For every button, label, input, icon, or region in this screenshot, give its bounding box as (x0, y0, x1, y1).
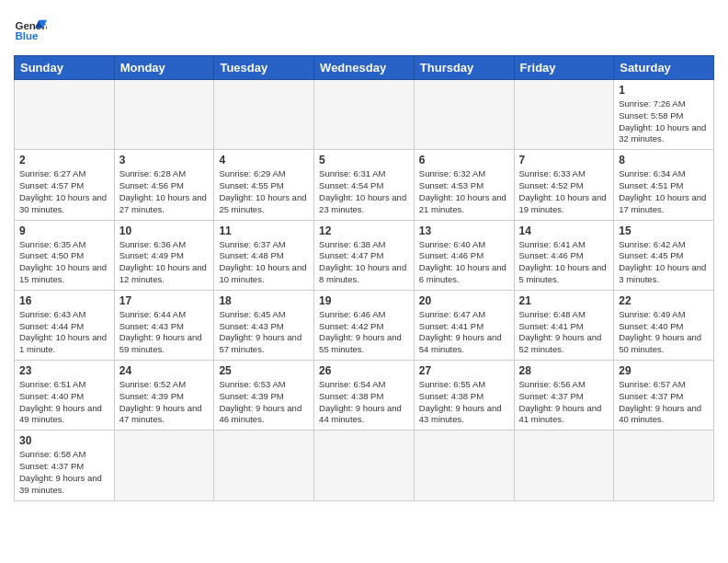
day-info: Sunrise: 6:37 AM Sunset: 4:48 PM Dayligh… (219, 239, 309, 286)
day-number: 19 (319, 294, 409, 307)
calendar-header-row: SundayMondayTuesdayWednesdayThursdayFrid… (15, 56, 714, 80)
calendar-header-wednesday: Wednesday (314, 56, 415, 80)
day-number: 16 (19, 294, 109, 307)
day-info: Sunrise: 6:47 AM Sunset: 4:41 PM Dayligh… (419, 309, 509, 356)
calendar-header-sunday: Sunday (15, 56, 115, 80)
calendar-cell: 26Sunrise: 6:54 AM Sunset: 4:38 PM Dayli… (314, 361, 415, 431)
day-info: Sunrise: 6:32 AM Sunset: 4:53 PM Dayligh… (419, 168, 509, 215)
day-info: Sunrise: 6:27 AM Sunset: 4:57 PM Dayligh… (19, 168, 109, 215)
day-info: Sunrise: 6:29 AM Sunset: 4:55 PM Dayligh… (219, 168, 309, 215)
day-info: Sunrise: 6:35 AM Sunset: 4:50 PM Dayligh… (19, 239, 109, 286)
day-number: 10 (119, 224, 210, 237)
day-number: 11 (219, 224, 309, 237)
day-info: Sunrise: 6:52 AM Sunset: 4:39 PM Dayligh… (119, 379, 210, 426)
day-number: 6 (419, 154, 509, 167)
day-number: 15 (619, 224, 709, 237)
day-info: Sunrise: 6:41 AM Sunset: 4:46 PM Dayligh… (519, 239, 609, 286)
day-number: 27 (419, 364, 509, 377)
calendar-cell: 23Sunrise: 6:51 AM Sunset: 4:40 PM Dayli… (15, 361, 115, 431)
calendar-header-saturday: Saturday (614, 56, 714, 80)
day-info: Sunrise: 6:33 AM Sunset: 4:52 PM Dayligh… (519, 168, 609, 215)
calendar-cell: 4Sunrise: 6:29 AM Sunset: 4:55 PM Daylig… (214, 150, 314, 220)
calendar-cell (414, 431, 514, 500)
calendar-cell: 8Sunrise: 6:34 AM Sunset: 4:51 PM Daylig… (614, 150, 714, 220)
calendar-cell: 28Sunrise: 6:56 AM Sunset: 4:37 PM Dayli… (514, 361, 614, 431)
calendar-cell: 5Sunrise: 6:31 AM Sunset: 4:54 PM Daylig… (314, 150, 415, 220)
calendar-cell: 21Sunrise: 6:48 AM Sunset: 4:41 PM Dayli… (514, 290, 614, 360)
calendar-cell (15, 80, 115, 150)
calendar-cell: 18Sunrise: 6:45 AM Sunset: 4:43 PM Dayli… (214, 290, 314, 360)
day-number: 8 (619, 154, 709, 167)
day-info: Sunrise: 6:36 AM Sunset: 4:49 PM Dayligh… (119, 239, 210, 286)
calendar-header-thursday: Thursday (414, 56, 514, 80)
calendar-cell (514, 431, 614, 500)
calendar-cell (214, 431, 314, 500)
calendar-cell: 16Sunrise: 6:43 AM Sunset: 4:44 PM Dayli… (15, 290, 115, 360)
day-info: Sunrise: 6:51 AM Sunset: 4:40 PM Dayligh… (19, 379, 109, 426)
calendar-cell: 11Sunrise: 6:37 AM Sunset: 4:48 PM Dayli… (214, 220, 314, 290)
day-number: 23 (19, 364, 109, 377)
day-number: 22 (619, 294, 709, 307)
calendar-cell: 10Sunrise: 6:36 AM Sunset: 4:49 PM Dayli… (114, 220, 214, 290)
calendar-cell (214, 80, 314, 150)
calendar-cell (314, 431, 415, 500)
day-number: 3 (119, 154, 210, 167)
day-number: 24 (119, 364, 210, 377)
calendar: SundayMondayTuesdayWednesdayThursdayFrid… (14, 55, 714, 501)
day-number: 12 (319, 224, 409, 237)
page: General Blue SundayMondayTuesdayWednesda… (0, 0, 728, 515)
logo: General Blue (14, 15, 47, 48)
day-number: 20 (419, 294, 509, 307)
calendar-cell: 14Sunrise: 6:41 AM Sunset: 4:46 PM Dayli… (514, 220, 614, 290)
calendar-cell: 22Sunrise: 6:49 AM Sunset: 4:40 PM Dayli… (614, 290, 714, 360)
day-number: 4 (219, 154, 309, 167)
day-number: 30 (19, 434, 109, 447)
calendar-cell: 12Sunrise: 6:38 AM Sunset: 4:47 PM Dayli… (314, 220, 415, 290)
calendar-cell (314, 80, 415, 150)
day-info: Sunrise: 6:57 AM Sunset: 4:37 PM Dayligh… (619, 379, 709, 426)
calendar-cell: 17Sunrise: 6:44 AM Sunset: 4:43 PM Dayli… (114, 290, 214, 360)
calendar-header-tuesday: Tuesday (214, 56, 314, 80)
day-number: 7 (519, 154, 609, 167)
calendar-header-friday: Friday (514, 56, 614, 80)
calendar-cell: 1Sunrise: 7:26 AM Sunset: 5:58 PM Daylig… (614, 80, 714, 150)
calendar-cell: 20Sunrise: 6:47 AM Sunset: 4:41 PM Dayli… (414, 290, 514, 360)
calendar-cell: 9Sunrise: 6:35 AM Sunset: 4:50 PM Daylig… (15, 220, 115, 290)
day-info: Sunrise: 6:28 AM Sunset: 4:56 PM Dayligh… (119, 168, 210, 215)
day-number: 2 (19, 154, 109, 167)
day-info: Sunrise: 6:48 AM Sunset: 4:41 PM Dayligh… (519, 309, 609, 356)
day-info: Sunrise: 7:26 AM Sunset: 5:58 PM Dayligh… (619, 98, 709, 145)
day-info: Sunrise: 6:38 AM Sunset: 4:47 PM Dayligh… (319, 239, 409, 286)
calendar-cell (514, 80, 614, 150)
calendar-cell: 3Sunrise: 6:28 AM Sunset: 4:56 PM Daylig… (114, 150, 214, 220)
day-info: Sunrise: 6:54 AM Sunset: 4:38 PM Dayligh… (319, 379, 409, 426)
day-info: Sunrise: 6:45 AM Sunset: 4:43 PM Dayligh… (219, 309, 309, 356)
header: General Blue (14, 9, 714, 48)
day-number: 1 (619, 84, 709, 97)
day-info: Sunrise: 6:31 AM Sunset: 4:54 PM Dayligh… (319, 168, 409, 215)
calendar-cell (414, 80, 514, 150)
day-info: Sunrise: 6:58 AM Sunset: 4:37 PM Dayligh… (19, 449, 109, 496)
day-number: 17 (119, 294, 210, 307)
calendar-cell: 24Sunrise: 6:52 AM Sunset: 4:39 PM Dayli… (114, 361, 214, 431)
calendar-cell: 29Sunrise: 6:57 AM Sunset: 4:37 PM Dayli… (614, 361, 714, 431)
day-info: Sunrise: 6:56 AM Sunset: 4:37 PM Dayligh… (519, 379, 609, 426)
calendar-cell: 7Sunrise: 6:33 AM Sunset: 4:52 PM Daylig… (514, 150, 614, 220)
day-number: 21 (519, 294, 609, 307)
calendar-cell: 25Sunrise: 6:53 AM Sunset: 4:39 PM Dayli… (214, 361, 314, 431)
day-info: Sunrise: 6:49 AM Sunset: 4:40 PM Dayligh… (619, 309, 709, 356)
calendar-cell: 2Sunrise: 6:27 AM Sunset: 4:57 PM Daylig… (15, 150, 115, 220)
day-info: Sunrise: 6:42 AM Sunset: 4:45 PM Dayligh… (619, 239, 709, 286)
day-number: 26 (319, 364, 409, 377)
calendar-cell: 15Sunrise: 6:42 AM Sunset: 4:45 PM Dayli… (614, 220, 714, 290)
calendar-cell (114, 80, 214, 150)
calendar-cell: 13Sunrise: 6:40 AM Sunset: 4:46 PM Dayli… (414, 220, 514, 290)
day-info: Sunrise: 6:46 AM Sunset: 4:42 PM Dayligh… (319, 309, 409, 356)
day-info: Sunrise: 6:34 AM Sunset: 4:51 PM Dayligh… (619, 168, 709, 215)
day-number: 25 (219, 364, 309, 377)
day-number: 9 (19, 224, 109, 237)
day-number: 18 (219, 294, 309, 307)
day-number: 29 (619, 364, 709, 377)
calendar-header-monday: Monday (114, 56, 214, 80)
calendar-cell (114, 431, 214, 500)
